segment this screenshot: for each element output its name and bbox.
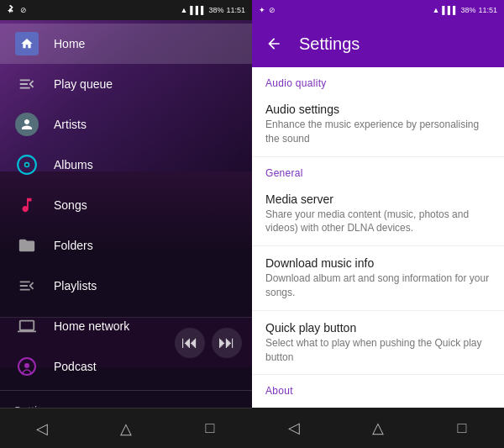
- home-button-left[interactable]: △: [109, 412, 143, 445]
- media-server-subtitle: Share your media content (music, photos …: [265, 208, 491, 236]
- audio-settings-title: Audio settings: [265, 103, 491, 116]
- home-network-icon: [13, 313, 40, 340]
- section-general: General Media server Share your media co…: [252, 157, 504, 376]
- queue-icon: [13, 71, 40, 98]
- back-button-right[interactable]: ◁: [277, 411, 311, 445]
- nav-label-albums: Albums: [54, 158, 93, 171]
- settings-item-audio-settings[interactable]: Audio settings Enhance the music experie…: [252, 92, 504, 157]
- settings-item-version[interactable]: Version 9.0.1.A.3.0beta: [252, 400, 504, 408]
- home-button-right[interactable]: △: [361, 411, 395, 445]
- folders-icon: [13, 232, 40, 259]
- section-header-general: General: [252, 157, 504, 182]
- time-left: 11:51: [226, 6, 245, 14]
- download-music-title: Download music info: [265, 256, 491, 270]
- albums-icon: [13, 151, 40, 178]
- nav-item-albums[interactable]: Albums: [0, 145, 252, 185]
- bt-icon-right: ✦: [259, 6, 265, 14]
- battery-right: 38%: [460, 6, 475, 14]
- status-icons-left: ✦ ⊘: [7, 5, 27, 15]
- home-icon: [13, 30, 40, 57]
- recent-button-right[interactable]: □: [445, 411, 479, 445]
- quick-play-subtitle: Select what to play when pushing the Qui…: [265, 336, 491, 365]
- nav-item-podcast[interactable]: Podcast: [0, 346, 252, 387]
- bottom-nav-right: ◁ △ □: [252, 408, 504, 448]
- nav-item-home-network[interactable]: Home network: [0, 306, 252, 346]
- artists-icon: [13, 111, 40, 138]
- status-bar-left: ✦ ⊘ ▲ ▌▌▌ 38% 11:51: [0, 0, 252, 20]
- bluetooth-icon: ✦: [7, 5, 17, 15]
- back-button-settings[interactable]: [259, 29, 289, 59]
- status-icons-right: ▲ ▌▌▌ 38% 11:51: [180, 6, 245, 14]
- quick-play-title: Quick play button: [265, 321, 491, 335]
- nav-label-playlists: Playlists: [54, 279, 97, 293]
- playlists-icon: [13, 272, 40, 299]
- nav-item-artists[interactable]: Artists: [0, 104, 252, 145]
- status-bar-right: ✦ ⊘ ▲ ▌▌▌ 38% 11:51: [252, 0, 504, 20]
- nav-item-songs[interactable]: Songs: [0, 185, 252, 225]
- settings-title: Settings: [299, 34, 360, 54]
- settings-item-download-music[interactable]: Download music info Download album art a…: [252, 246, 504, 311]
- settings-item-media-server[interactable]: Media server Share your media content (m…: [252, 182, 504, 247]
- nav-content: Home Play queue: [0, 20, 252, 408]
- back-button-left[interactable]: ◁: [25, 412, 59, 445]
- nav-item-playlists[interactable]: Playlists: [0, 266, 252, 306]
- status-icons-right-left: ✦ ⊘: [259, 6, 276, 14]
- podcast-icon: [13, 353, 40, 380]
- svg-text:✦: ✦: [7, 7, 13, 15]
- songs-icon: [13, 192, 40, 219]
- svg-point-3: [25, 163, 28, 166]
- nav-label-home-network: Home network: [54, 319, 129, 333]
- nav-drawer: Home Play queue: [0, 20, 252, 408]
- status-right-right: ▲ ▌▌▌ 38% 11:51: [432, 6, 497, 14]
- section-about: About Version 9.0.1.A.3.0beta Open sourc…: [252, 375, 504, 408]
- svg-point-5: [24, 363, 29, 368]
- wifi-icon: ▲: [180, 6, 187, 14]
- nav-label-play-queue: Play queue: [54, 77, 113, 91]
- section-audio-quality: Audio quality Audio settings Enhance the…: [252, 67, 504, 157]
- audio-settings-subtitle: Enhance the music experience by personal…: [265, 118, 491, 146]
- nav-label-songs: Songs: [54, 198, 87, 212]
- signal-icon-right: ▌▌▌: [442, 6, 458, 14]
- download-music-subtitle: Download album art and song information …: [265, 271, 491, 300]
- right-panel: ✦ ⊘ ▲ ▌▌▌ 38% 11:51 Settings Audio quali…: [252, 0, 504, 448]
- nav-settings-item[interactable]: Settings: [0, 394, 252, 408]
- left-panel: ✦ ⊘ ▲ ▌▌▌ 38% 11:51: [0, 0, 252, 448]
- notification-icon-right: ⊘: [269, 6, 276, 14]
- section-header-about: About: [252, 375, 504, 400]
- battery-left: 38%: [208, 6, 223, 14]
- wifi-icon-right: ▲: [432, 6, 439, 14]
- signal-icon: ▌▌▌: [190, 6, 206, 14]
- settings-header: Settings: [252, 20, 504, 67]
- nav-item-folders[interactable]: Folders: [0, 225, 252, 266]
- nav-label-home: Home: [54, 37, 85, 50]
- settings-body: Audio quality Audio settings Enhance the…: [252, 67, 504, 408]
- nav-label-folders: Folders: [54, 239, 93, 252]
- settings-item-quick-play[interactable]: Quick play button Select what to play wh…: [252, 311, 504, 376]
- media-server-title: Media server: [265, 192, 491, 206]
- nav-item-play-queue[interactable]: Play queue: [0, 64, 252, 104]
- recent-button-left[interactable]: □: [193, 412, 227, 445]
- nav-label-artists: Artists: [54, 118, 87, 131]
- time-right: 11:51: [478, 6, 497, 14]
- section-header-audio: Audio quality: [252, 67, 504, 92]
- nav-item-home[interactable]: Home: [0, 24, 252, 64]
- nav-divider: [0, 390, 252, 391]
- nav-label-podcast: Podcast: [54, 360, 97, 373]
- notification-icon: ⊘: [20, 6, 27, 14]
- settings-label: Settings: [13, 404, 56, 408]
- nav-menu: Home Play queue: [0, 20, 252, 408]
- bottom-nav-left: ◁ △ □: [0, 408, 252, 448]
